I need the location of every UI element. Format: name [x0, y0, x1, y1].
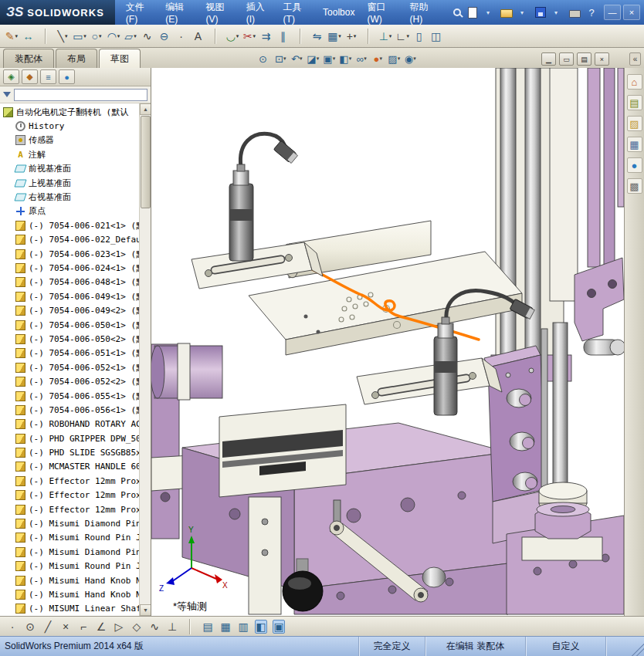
graphics-area[interactable]: Y X Z *等轴测: [151, 68, 624, 616]
commandmanager-tab[interactable]: 装配体: [3, 49, 54, 68]
tree-item[interactable]: (-) 7054-006-056<1> (默: [0, 403, 139, 417]
tangent-snap-icon[interactable]: ▷: [110, 617, 127, 636]
doc-restore-button[interactable]: ▭: [559, 52, 574, 66]
panel-left-icon[interactable]: ▤: [199, 617, 216, 636]
tree-item[interactable]: History: [0, 119, 139, 133]
save-caret[interactable]: ▾: [550, 4, 565, 21]
zoom-fit-icon[interactable]: ⊙: [258, 51, 273, 66]
menu-item[interactable]: 视图(V): [200, 0, 240, 28]
tree-item[interactable]: (-) 7054-006-052<2> (默: [0, 374, 139, 388]
sep[interactable]: [292, 27, 309, 46]
scroll-down-button[interactable]: ▼: [140, 604, 151, 616]
tree-item[interactable]: 前视基准面: [0, 162, 139, 176]
save-icon[interactable]: [533, 4, 548, 21]
tree-item[interactable]: 自动化电机定子翻转机 (默认: [0, 105, 139, 119]
angle-snap-icon[interactable]: ∠: [93, 617, 110, 636]
menu-item[interactable]: Toolbox: [317, 4, 361, 21]
tree-item[interactable]: (-) 7054-006-023<1> (默: [0, 247, 139, 261]
appearances-icon[interactable]: ●: [627, 157, 642, 173]
tree-item[interactable]: (-) 7054-006-049<1> (默: [0, 289, 139, 303]
file-explorer-icon[interactable]: ▨: [627, 116, 642, 131]
tree-item[interactable]: 原点: [0, 205, 139, 218]
sketch-picture-icon[interactable]: ◫: [428, 27, 445, 46]
hide-show-items-icon[interactable]: ∞ ▾: [355, 51, 371, 66]
view-palette-icon[interactable]: ▦: [627, 137, 642, 152]
open-document-icon[interactable]: [499, 4, 514, 21]
help-icon[interactable]: ?: [584, 4, 599, 21]
display-style-icon[interactable]: ◧ ▾: [339, 51, 354, 66]
tree-item[interactable]: (-) 7054-006-050<2> (默: [0, 332, 139, 346]
arc-icon[interactable]: ◠ ▾: [105, 27, 122, 46]
design-library-icon[interactable]: ▤: [627, 95, 642, 110]
offset-entities-icon[interactable]: ∥: [275, 27, 292, 46]
sep[interactable]: [360, 27, 377, 46]
scroll-thumb[interactable]: [141, 116, 151, 208]
apply-scene-icon[interactable]: ▨ ▾: [388, 51, 403, 66]
tree-item[interactable]: (-) 7054-006-021<1> (默: [0, 218, 139, 232]
taskpane-collapse-button[interactable]: «: [629, 52, 641, 66]
trim-entities-icon[interactable]: ✂ ▾: [241, 27, 258, 46]
tree-item[interactable]: 传感器: [0, 134, 139, 147]
close-button[interactable]: ×: [623, 5, 640, 20]
tree-item[interactable]: (-) 7054-006-055<1> (默: [0, 389, 139, 403]
ellipse-icon[interactable]: ⊖: [156, 27, 173, 46]
tree-item[interactable]: (-) ROBOHAND ROTARY ACT: [0, 418, 139, 431]
tree-item[interactable]: (-) Effector 12mm Prox1: [0, 489, 139, 502]
configurationmanager-tab[interactable]: ≡: [40, 69, 56, 84]
quick-snaps-icon[interactable]: ∟ ▾: [394, 27, 411, 46]
tree-item[interactable]: (-) Misumi Hand Knob NK: [0, 573, 139, 587]
text-icon[interactable]: A: [190, 27, 207, 46]
status-custom[interactable]: 自定义: [525, 637, 605, 656]
tree-item[interactable]: (-) 7054-006-048<1> (默: [0, 276, 139, 289]
tree-item[interactable]: (-) MISUMI Linear Shaft: [0, 602, 139, 616]
convert-entities-icon[interactable]: ⇉: [258, 27, 275, 46]
mirror-entities-icon[interactable]: ⇋: [309, 27, 326, 46]
custom-properties-icon[interactable]: ▩: [627, 178, 642, 194]
intersection-snap-icon[interactable]: ×: [57, 617, 74, 636]
displaymanager-tab[interactable]: ●: [59, 69, 75, 84]
rapid-sketch-icon[interactable]: ▯: [411, 27, 428, 46]
tree-item[interactable]: (-) Misumi Diamond Pin: [0, 545, 139, 559]
propertymanager-tab[interactable]: ◆: [22, 69, 38, 84]
commandmanager-tab[interactable]: 草图: [99, 49, 141, 68]
tree-item[interactable]: (-) 7054-006-049<2> (默: [0, 303, 139, 317]
new-document-icon[interactable]: [465, 4, 480, 21]
menu-item[interactable]: 插入(I): [240, 0, 277, 28]
spline-snap-icon[interactable]: ∿: [146, 617, 163, 636]
solidworks-resources-icon[interactable]: ⌂: [627, 74, 642, 90]
tree-item[interactable]: (-) 7054-006-022_Defaul: [0, 233, 139, 247]
slot-icon[interactable]: ▱ ▾: [122, 27, 139, 46]
model-3d[interactable]: [151, 68, 624, 614]
linear-pattern-icon[interactable]: ▦ ▾: [326, 27, 343, 46]
midpoint-snap-icon[interactable]: ◇: [128, 617, 145, 636]
resize-grip[interactable]: [632, 637, 644, 656]
perpendicular-snap-icon[interactable]: ⌐: [75, 617, 92, 636]
panel-right-icon[interactable]: ▥: [235, 617, 252, 636]
grid-snap-icon[interactable]: ⊥: [164, 617, 181, 636]
menu-item[interactable]: 帮助(H): [404, 0, 445, 28]
view-orientation-icon[interactable]: ▣ ▾: [323, 51, 338, 66]
view-settings-icon[interactable]: ◉ ▾: [404, 51, 419, 66]
point-icon[interactable]: ·: [173, 27, 190, 46]
tree-item[interactable]: (-) MCMASTER HANDLE 602: [0, 460, 139, 474]
sketch-icon[interactable]: ✎ ▾: [3, 27, 20, 46]
line-snap-icon[interactable]: ╱: [39, 617, 56, 636]
sep[interactable]: [181, 617, 198, 636]
zoom-area-icon[interactable]: ⊡ ▾: [274, 51, 290, 66]
smart-dimension-icon[interactable]: ↔: [20, 27, 37, 46]
tree-item[interactable]: (-) 7054-006-024<1> (默: [0, 261, 139, 275]
point-snap-icon[interactable]: ·: [4, 617, 21, 636]
tree-item[interactable]: (-) 7054-006-051<1> (默: [0, 347, 139, 360]
doc-minimize-button[interactable]: ▁: [541, 52, 556, 66]
tree-item[interactable]: (-) 7054-006-052<1> (默: [0, 360, 139, 374]
tree-scrollbar[interactable]: ▲ ▼: [139, 103, 151, 616]
search-button[interactable]: [449, 5, 465, 20]
menu-item[interactable]: 编辑(E): [159, 0, 199, 28]
tree-item[interactable]: (-) Effector 12mm Prox1: [0, 502, 139, 516]
minimize-button[interactable]: —: [604, 5, 621, 20]
scroll-up-button[interactable]: ▲: [140, 103, 151, 115]
tree-item[interactable]: (-) Misumi Hand Knob NK: [0, 587, 139, 601]
new-document-caret[interactable]: ▾: [482, 4, 497, 21]
doc-close-button[interactable]: ×: [595, 52, 609, 66]
sep[interactable]: [207, 27, 224, 46]
